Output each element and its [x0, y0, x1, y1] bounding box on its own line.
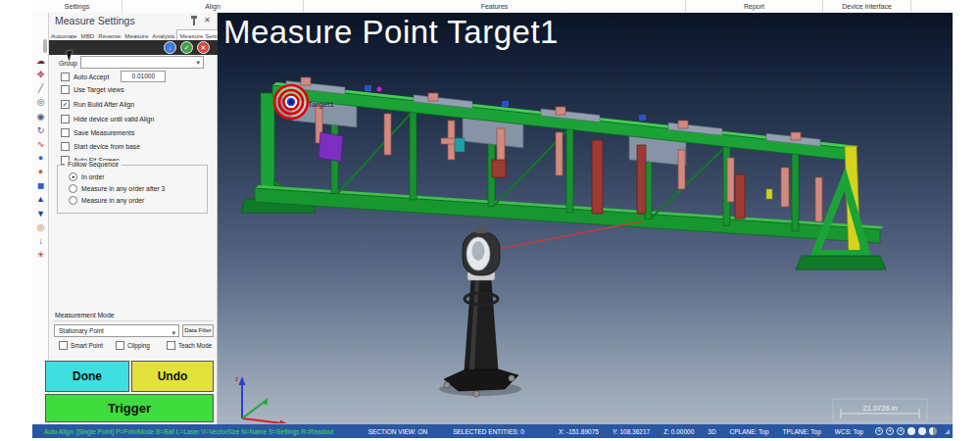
accept-button[interactable]: ✓ — [180, 41, 193, 54]
undo-button[interactable]: Undo — [131, 361, 214, 392]
pin-icon[interactable] — [193, 19, 195, 25]
polyline-tool-icon[interactable]: ╱ — [34, 83, 47, 93]
3d-viewport[interactable]: Target1 — [218, 13, 953, 424]
any-order-after-label: Measure in any order after 3 — [81, 185, 165, 192]
cancel-button[interactable]: ✕ — [197, 41, 210, 54]
clipping-checkbox[interactable] — [116, 341, 124, 350]
chevron-down-icon: ▾ — [172, 327, 175, 338]
any-order-after-row: Measure in any order after 3 — [69, 184, 165, 193]
in-order-radio[interactable]: ● — [69, 172, 77, 181]
zoom-extents-tool-icon[interactable]: ◉ — [34, 112, 47, 122]
measurement-target-bullseye[interactable] — [273, 84, 309, 120]
in-order-row: ● In order — [69, 172, 104, 181]
burst-tool-icon[interactable]: ✳ — [34, 250, 47, 260]
application-window: Settings Align Features Report Device In… — [0, 0, 980, 441]
smart-point-label: Smart Point — [71, 342, 103, 349]
tab-measure[interactable]: Measure — [122, 30, 150, 40]
panel-title: Measure Settings — [55, 15, 135, 26]
render-mode-icon[interactable] — [918, 427, 926, 435]
menu-features[interactable]: Features — [304, 0, 686, 13]
sphere-fit-tool-icon[interactable]: ● — [34, 167, 47, 176]
tool-strip-scrollbar[interactable] — [43, 39, 47, 53]
auto-accept-checkbox[interactable] — [61, 73, 70, 81]
tab-automate[interactable]: Automate — [49, 30, 78, 40]
scale-indicator: 21.0726 in — [833, 399, 927, 422]
target-label: Target1 — [308, 100, 334, 109]
start-device-checkbox[interactable] — [61, 142, 70, 151]
clipping-row: Clipping — [116, 341, 150, 350]
clipping-label: Clipping — [127, 342, 150, 349]
cone-tool-icon[interactable]: ▲ — [34, 194, 47, 204]
sphere-tool-icon[interactable]: ● — [34, 153, 47, 163]
zoom-selected-tool-icon[interactable]: ◎ — [34, 222, 47, 232]
done-button[interactable]: Done — [45, 361, 129, 392]
pan-icon[interactable]: + — [875, 427, 883, 435]
status-wcs[interactable]: WCS: Top — [835, 428, 863, 435]
trigger-button[interactable]: Trigger — [45, 394, 214, 422]
statusbar: Auto Align: [Single Point] P=PointMode B… — [32, 424, 953, 438]
status-tplane[interactable]: TPLANE: Top — [783, 428, 821, 435]
axis-triad: z x — [235, 375, 295, 423]
use-target-views-row: Use Target views — [61, 85, 124, 94]
run-build-checkbox[interactable]: ✓ — [61, 100, 70, 109]
save-measurements-row: Save Measurements — [61, 128, 134, 137]
axis-z-label: z — [235, 375, 239, 382]
close-icon[interactable]: ✕ — [204, 16, 211, 24]
hide-device-checkbox[interactable] — [61, 115, 70, 123]
tab-reverse[interactable]: Reverse — [96, 30, 122, 40]
group-dropdown[interactable]: ▾ — [80, 56, 204, 69]
teach-mode-checkbox[interactable] — [167, 341, 175, 350]
zoom-in-icon[interactable]: + — [886, 427, 894, 435]
use-target-views-checkbox[interactable] — [61, 85, 70, 94]
tab-mbd[interactable]: MBD — [78, 30, 96, 40]
status-y-coordinate: Y: 108.36217 — [612, 428, 650, 435]
zoom-window-tool-icon[interactable]: ◎ — [34, 97, 47, 107]
tab-analysis[interactable]: Analysis — [150, 30, 176, 40]
any-order-after-radio[interactable] — [69, 184, 77, 193]
measurement-mode-value: Stationary Point — [59, 327, 104, 334]
status-dimension-mode[interactable]: 3D — [708, 428, 715, 435]
start-device-row: Start device from base — [61, 142, 140, 151]
import-tool-icon[interactable]: ↓ — [34, 236, 47, 246]
auto-accept-label: Auto Accept — [74, 74, 109, 80]
status-cplane[interactable]: CPLANE: Top — [730, 428, 769, 435]
zoom-previous-tool-icon[interactable]: ↻ — [34, 125, 47, 135]
filter-tool-icon[interactable]: ▼ — [34, 209, 47, 219]
spline-tool-icon[interactable]: ∿ — [34, 139, 47, 149]
fixture-top-rail — [272, 81, 858, 162]
transform-tool-icon[interactable]: ✥ — [34, 70, 47, 79]
any-order-radio[interactable] — [69, 196, 77, 205]
menu-align[interactable]: Align — [122, 0, 304, 13]
status-hints: Auto Align: [Single Point] P=PointMode B… — [44, 428, 333, 435]
resize-grip[interactable] — [945, 429, 950, 434]
start-device-label: Start device from base — [74, 143, 140, 150]
zoom-fit-icon[interactable]: + — [897, 427, 905, 435]
status-x-coordinate: X: -151.89075 — [559, 428, 599, 435]
measurement-mode-dropdown[interactable]: Stationary Point ▾ — [54, 324, 179, 337]
shade-mode-icon[interactable] — [907, 427, 915, 435]
menu-report[interactable]: Report — [686, 0, 823, 13]
hide-device-row: Hide device until valid Align — [61, 115, 154, 123]
panel-action-bar: ↓ ✓ ✕ — [49, 40, 218, 55]
laser-tracker-device[interactable] — [439, 226, 521, 397]
status-section-view[interactable]: SECTION VIEW: ON — [368, 428, 428, 435]
tool-icons: ☁ ✥ ╱ ◎ ◉ ↻ ∿ ● ● ◼ ▲ ▼ ◎ ↓ ✳ — [32, 56, 49, 260]
block-tool-icon[interactable]: ◼ — [34, 180, 47, 190]
run-build-row: ✓ Run Build After Align — [61, 100, 134, 109]
section-mode-icon[interactable] — [929, 427, 937, 435]
scale-text: 21.0726 in — [862, 404, 897, 413]
3d-scene: Target1 — [218, 13, 953, 423]
data-filter-button[interactable]: Data Filter — [182, 324, 214, 337]
hide-device-label: Hide device until valid Align — [74, 116, 154, 122]
auto-accept-tolerance-input[interactable]: 0.01000 — [121, 71, 166, 82]
menubar: Settings Align Features Report Device In… — [32, 0, 953, 14]
smart-point-checkbox[interactable] — [59, 341, 68, 350]
status-z-coordinate: Z: 0.00000 — [663, 428, 694, 435]
point-cloud-tool-icon[interactable]: ☁ — [34, 56, 47, 66]
axis-x-label: x — [291, 421, 295, 423]
menu-device-interface[interactable]: Device Interface — [823, 0, 911, 13]
menu-settings[interactable]: Settings — [32, 0, 122, 13]
save-measurements-checkbox[interactable] — [61, 128, 70, 137]
use-target-views-label: Use Target views — [74, 86, 124, 93]
collapse-button[interactable]: ↓ — [164, 41, 176, 54]
